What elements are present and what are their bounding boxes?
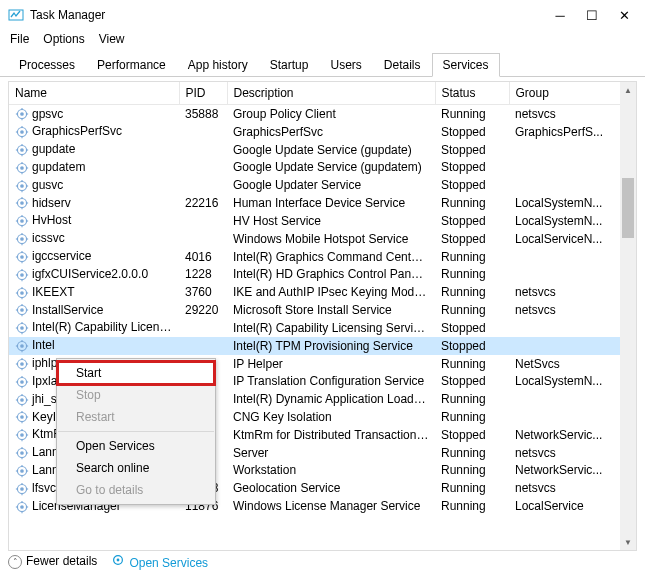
ctx-separator xyxy=(58,431,214,432)
svg-point-116 xyxy=(20,451,24,455)
service-pid: 29220 xyxy=(179,301,227,319)
table-row[interactable]: gupdateGoogle Update Service (gupdate)St… xyxy=(9,141,636,159)
minimize-button[interactable]: ─ xyxy=(553,8,567,23)
svg-point-8 xyxy=(20,130,24,134)
service-gear-icon xyxy=(15,143,29,157)
service-group: netsvcs xyxy=(509,301,636,319)
col-pid[interactable]: PID xyxy=(179,82,227,105)
service-description: Google Update Service (gupdatem) xyxy=(227,158,435,176)
tab-app-history[interactable]: App history xyxy=(177,53,259,77)
tab-users[interactable]: Users xyxy=(319,53,372,77)
service-description: Microsoft Store Install Service xyxy=(227,301,435,319)
svg-point-140 xyxy=(117,559,120,562)
service-group: netsvcs xyxy=(509,444,636,462)
service-status: Running xyxy=(435,301,509,319)
gear-icon xyxy=(111,553,125,567)
tab-performance[interactable]: Performance xyxy=(86,53,177,77)
service-name: gpsvc xyxy=(32,107,63,121)
service-gear-icon xyxy=(15,393,29,407)
service-pid xyxy=(179,158,227,176)
service-description: KtmRm for Distributed Transaction C... xyxy=(227,426,435,444)
table-row[interactable]: igfxCUIService2.0.0.01228Intel(R) HD Gra… xyxy=(9,265,636,283)
table-row[interactable]: InstallService29220Microsoft Store Insta… xyxy=(9,301,636,319)
fewer-details-button[interactable]: ˄Fewer details xyxy=(8,554,97,569)
svg-point-20 xyxy=(20,166,24,170)
service-gear-icon xyxy=(15,179,29,193)
service-status: Stopped xyxy=(435,337,509,355)
service-gear-icon xyxy=(15,161,29,175)
table-row[interactable]: gusvcGoogle Updater ServiceStopped xyxy=(9,176,636,194)
col-group[interactable]: Group xyxy=(509,82,636,105)
service-description: HV Host Service xyxy=(227,212,435,230)
service-status: Stopped xyxy=(435,212,509,230)
ctx-open-services[interactable]: Open Services xyxy=(58,435,214,457)
footer: ˄Fewer details Open Services xyxy=(8,553,208,570)
service-description: Intel(R) Capability Licensing Service ..… xyxy=(227,319,435,337)
scroll-down-icon[interactable]: ▼ xyxy=(620,534,636,550)
table-row[interactable]: gpsvc35888Group Policy ClientRunningnets… xyxy=(9,105,636,123)
menu-file[interactable]: File xyxy=(10,32,29,46)
ctx-start[interactable]: Start xyxy=(58,362,214,384)
service-name: gusvc xyxy=(32,178,63,192)
ctx-go-to-details: Go to details xyxy=(58,479,214,501)
service-status: Running xyxy=(435,462,509,480)
svg-point-68 xyxy=(20,309,24,313)
svg-point-50 xyxy=(20,255,24,259)
service-description: Server xyxy=(227,444,435,462)
svg-point-104 xyxy=(20,416,24,420)
table-row[interactable]: gupdatemGoogle Update Service (gupdatem)… xyxy=(9,158,636,176)
table-row[interactable]: Intel(R) Capability Licensin...Intel(R) … xyxy=(9,319,636,337)
tab-startup[interactable]: Startup xyxy=(259,53,320,77)
service-group: NetworkServic... xyxy=(509,462,636,480)
scroll-thumb[interactable] xyxy=(622,178,634,238)
svg-point-26 xyxy=(20,184,24,188)
service-status: Running xyxy=(435,355,509,373)
svg-point-86 xyxy=(20,362,24,366)
tab-services[interactable]: Services xyxy=(432,53,500,77)
table-row[interactable]: IKEEXT3760IKE and AuthIP IPsec Keying Mo… xyxy=(9,283,636,301)
scrollbar[interactable]: ▲ ▼ xyxy=(620,82,636,550)
svg-point-2 xyxy=(20,112,24,116)
ctx-search-online[interactable]: Search online xyxy=(58,457,214,479)
service-status: Stopped xyxy=(435,426,509,444)
service-description: Intel(R) Graphics Command Center ... xyxy=(227,248,435,266)
table-row[interactable]: GraphicsPerfSvcGraphicsPerfSvcStoppedGra… xyxy=(9,123,636,141)
maximize-button[interactable]: ☐ xyxy=(585,8,599,23)
menu-view[interactable]: View xyxy=(99,32,125,46)
tab-processes[interactable]: Processes xyxy=(8,53,86,77)
col-description[interactable]: Description xyxy=(227,82,435,105)
tab-details[interactable]: Details xyxy=(373,53,432,77)
service-group xyxy=(509,158,636,176)
service-gear-icon xyxy=(15,303,29,317)
table-row[interactable]: icssvcWindows Mobile Hotspot ServiceStop… xyxy=(9,230,636,248)
table-row[interactable]: HvHostHV Host ServiceStoppedLocalSystemN… xyxy=(9,212,636,230)
service-group xyxy=(509,390,636,408)
service-group xyxy=(509,319,636,337)
service-name: GraphicsPerfSvc xyxy=(32,124,122,138)
table-row[interactable]: hidserv22216Human Interface Device Servi… xyxy=(9,194,636,212)
service-gear-icon xyxy=(15,428,29,442)
service-status: Stopped xyxy=(435,141,509,159)
table-row[interactable]: igccservice4016Intel(R) Graphics Command… xyxy=(9,248,636,266)
menu-options[interactable]: Options xyxy=(43,32,84,46)
open-services-link[interactable]: Open Services xyxy=(111,553,208,570)
service-name: InstallService xyxy=(32,303,103,317)
service-name: icssvc xyxy=(32,231,65,245)
scroll-up-icon[interactable]: ▲ xyxy=(620,82,636,98)
service-group: LocalSystemN... xyxy=(509,372,636,390)
service-gear-icon xyxy=(15,482,29,496)
service-description: Human Interface Device Service xyxy=(227,194,435,212)
service-group xyxy=(509,248,636,266)
close-button[interactable]: ✕ xyxy=(617,8,631,23)
service-group: NetSvcs xyxy=(509,355,636,373)
svg-point-122 xyxy=(20,469,24,473)
chevron-up-icon: ˄ xyxy=(8,555,22,569)
table-row[interactable]: IntelIntel(R) TPM Provisioning ServiceSt… xyxy=(9,337,636,355)
col-status[interactable]: Status xyxy=(435,82,509,105)
col-name[interactable]: Name xyxy=(9,82,179,105)
service-status: Stopped xyxy=(435,319,509,337)
service-status: Running xyxy=(435,105,509,123)
task-manager-icon xyxy=(8,7,24,23)
service-name: igccservice xyxy=(32,249,91,263)
service-gear-icon xyxy=(15,214,29,228)
